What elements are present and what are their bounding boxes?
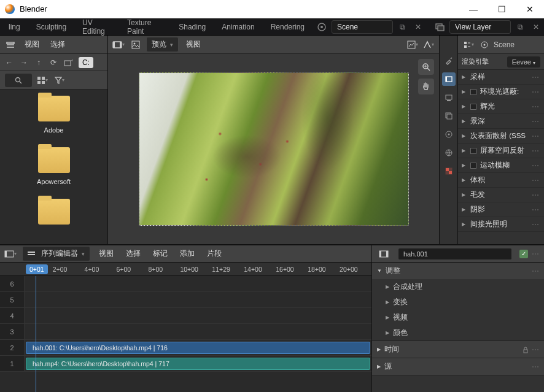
sequencer-mode-dropdown[interactable]: 序列编辑器▾ bbox=[22, 246, 90, 261]
property-item[interactable]: ▶次表面散射 (SSS⋯ bbox=[458, 129, 544, 144]
scene-icon[interactable] bbox=[314, 20, 329, 34]
folder-icon bbox=[38, 147, 70, 173]
render-tab-icon[interactable] bbox=[442, 72, 456, 86]
editor-type-icon[interactable]: ▾ bbox=[462, 38, 475, 52]
preview-mode-dropdown[interactable]: 预览▾ bbox=[146, 37, 179, 52]
pan-icon[interactable] bbox=[418, 79, 434, 94]
property-item[interactable]: ▶运动模糊⋯ bbox=[458, 158, 544, 173]
workspace-tab[interactable]: Animation bbox=[214, 20, 262, 34]
display-mode-icon[interactable]: ▾ bbox=[36, 74, 49, 87]
seq-menu-add[interactable]: 添加 bbox=[176, 247, 198, 261]
property-checkbox[interactable] bbox=[470, 104, 476, 110]
property-checkbox[interactable] bbox=[470, 163, 476, 169]
workspace-tab[interactable]: UV Editing bbox=[75, 15, 119, 39]
nav-forward-icon[interactable]: → bbox=[17, 56, 31, 69]
folder-item[interactable]: Apowersoft bbox=[5, 147, 103, 185]
file-browser-menu-view[interactable]: 视图 bbox=[21, 37, 43, 52]
folder-item[interactable]: Adobe bbox=[5, 96, 103, 134]
svg-rect-3 bbox=[438, 26, 444, 31]
image-channel-icon[interactable]: ▾ bbox=[422, 38, 435, 52]
properties-tabs bbox=[440, 36, 458, 244]
property-item[interactable]: ▶辉光⋯ bbox=[458, 99, 544, 114]
timeline-ruler[interactable]: 0+01 2+00 4+00 6+00 8+00 10+00 11+29 14+… bbox=[0, 263, 371, 276]
svg-point-29 bbox=[448, 134, 449, 136]
sequencer-panel: ▾ 序列编辑器▾ 视图 选择 标记 添加 片段 0+01 2+00 4+00 6… bbox=[0, 245, 372, 392]
adjust-item[interactable]: ▶合成处理 bbox=[372, 279, 544, 294]
render-engine-dropdown[interactable]: Eevee ▾ bbox=[507, 56, 540, 67]
file-browser-menu-select[interactable]: 选择 bbox=[47, 37, 69, 52]
adjust-item[interactable]: ▶视频 bbox=[372, 310, 544, 325]
property-item[interactable]: ▶环境光遮蔽:⋯ bbox=[458, 85, 544, 99]
output-tab-icon[interactable] bbox=[442, 91, 456, 104]
viewlayer-icon[interactable] bbox=[432, 20, 447, 34]
playhead[interactable] bbox=[36, 276, 36, 392]
workspace-tab[interactable]: Rendering bbox=[263, 20, 312, 34]
scene-copy-icon[interactable]: ⧉ bbox=[395, 20, 409, 34]
strip-mute-checkbox[interactable]: ✓ bbox=[519, 250, 528, 258]
scene-link-icon[interactable] bbox=[478, 38, 491, 52]
seq-menu-view[interactable]: 视图 bbox=[95, 247, 117, 261]
texture-tab-icon[interactable] bbox=[442, 164, 456, 178]
world-tab-icon[interactable] bbox=[442, 146, 456, 159]
svg-rect-47 bbox=[524, 350, 527, 353]
editor-type-icon[interactable]: ▾ bbox=[4, 247, 17, 261]
sequence-strip[interactable]: hah.001: C:\Users\hero\Desktop\hah.mp4 |… bbox=[26, 342, 370, 354]
filter-icon[interactable]: ▾ bbox=[53, 74, 66, 87]
workspace-tab[interactable]: Sculpting bbox=[29, 20, 74, 34]
folder-item[interactable] bbox=[5, 199, 103, 225]
maximize-button[interactable]: ☐ bbox=[488, 0, 516, 18]
svg-text:+: + bbox=[71, 58, 72, 63]
property-checkbox[interactable] bbox=[470, 148, 476, 154]
viewlayer-delete-icon[interactable]: ✕ bbox=[529, 20, 543, 34]
property-checkbox[interactable] bbox=[470, 89, 476, 95]
adjust-panel-header[interactable]: ▼调整⋯ bbox=[372, 263, 544, 279]
nav-newfolder-icon[interactable]: + bbox=[61, 56, 75, 69]
image-icon[interactable] bbox=[129, 38, 142, 52]
close-button[interactable]: ✕ bbox=[516, 0, 544, 18]
seq-menu-marker[interactable]: 标记 bbox=[149, 247, 171, 261]
workspace-tab[interactable]: Texture Paint bbox=[120, 15, 170, 39]
image-overlay-icon[interactable]: ▾ bbox=[406, 38, 419, 52]
property-item[interactable]: ▶毛发⋯ bbox=[458, 188, 544, 202]
strip-name-field[interactable]: hah.001 bbox=[398, 248, 512, 260]
adjust-item[interactable]: ▶变换 bbox=[372, 294, 544, 310]
preview-menu-view[interactable]: 视图 bbox=[182, 37, 204, 52]
svg-point-39 bbox=[484, 44, 486, 45]
seq-menu-strip[interactable]: 片段 bbox=[203, 247, 225, 261]
panel-options-icon[interactable]: ⋯ bbox=[532, 250, 539, 258]
property-item[interactable]: ▶体积⋯ bbox=[458, 173, 544, 188]
minimize-button[interactable]: — bbox=[459, 0, 488, 18]
scene-tab-icon[interactable] bbox=[442, 128, 456, 141]
time-panel-header[interactable]: ▶时间 ⋯ bbox=[372, 341, 544, 358]
preview-image[interactable] bbox=[139, 72, 409, 226]
source-panel-header[interactable]: ▶源⋯ bbox=[372, 358, 544, 375]
file-search-input[interactable] bbox=[5, 74, 32, 87]
blender-logo-icon bbox=[5, 4, 15, 14]
nav-up-icon[interactable]: ↑ bbox=[32, 56, 45, 69]
tool-tab-icon[interactable] bbox=[442, 54, 456, 67]
lock-icon[interactable] bbox=[522, 346, 529, 353]
viewlayer-name-field[interactable]: View Layer bbox=[449, 20, 511, 34]
path-field[interactable]: C: bbox=[79, 57, 93, 68]
seq-menu-select[interactable]: 选择 bbox=[122, 247, 144, 261]
property-item[interactable]: ▶间接光照明⋯ bbox=[458, 217, 544, 232]
viewlayer-tab-icon[interactable] bbox=[442, 109, 456, 123]
editor-type-icon[interactable] bbox=[4, 38, 17, 52]
property-item[interactable]: ▶阴影⋯ bbox=[458, 202, 544, 217]
property-label: 景深 bbox=[470, 117, 485, 126]
scene-delete-icon[interactable]: ✕ bbox=[411, 20, 425, 34]
viewlayer-copy-icon[interactable]: ⧉ bbox=[513, 20, 527, 34]
adjust-item[interactable]: ▶颜色 bbox=[372, 325, 544, 340]
property-item[interactable]: ▶采样⋯ bbox=[458, 70, 544, 85]
property-item[interactable]: ▶屏幕空间反射⋯ bbox=[458, 144, 544, 158]
nav-back-icon[interactable]: ← bbox=[2, 56, 16, 69]
scene-name-field[interactable]: Scene bbox=[332, 20, 393, 34]
editor-type-icon[interactable]: ▾ bbox=[112, 38, 125, 52]
workspace-tab[interactable]: Shading bbox=[171, 20, 213, 34]
zoom-icon[interactable] bbox=[418, 59, 434, 75]
property-item[interactable]: ▶景深⋯ bbox=[458, 114, 544, 129]
sequence-strip[interactable]: hah.mp4: C:\Users\hero\Desktop\hah.mp4 |… bbox=[26, 358, 370, 370]
workspace-tab[interactable]: ling bbox=[1, 20, 28, 34]
nav-refresh-icon[interactable]: ⟳ bbox=[47, 56, 60, 69]
track-number: 5 bbox=[0, 292, 25, 307]
